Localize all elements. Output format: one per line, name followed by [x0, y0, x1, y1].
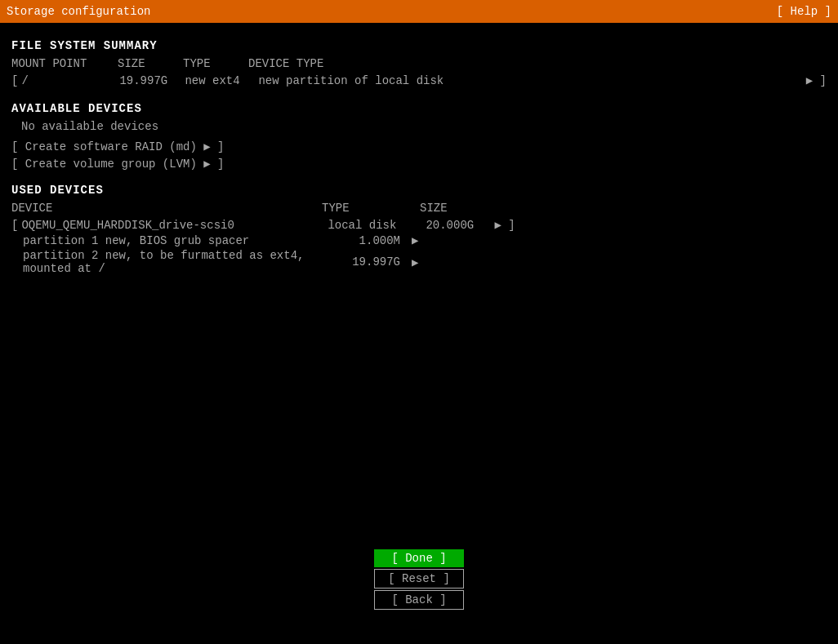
fs-col-device-type-header: DEVICE TYPE: [248, 57, 827, 70]
create-lvm-action[interactable]: [ Create volume group (LVM) ▶ ]: [11, 157, 827, 171]
used-device-name: OQEMU_QEMU_HARDDISK_drive-scsi0: [21, 219, 328, 232]
partition1-size: 1.000M: [319, 234, 408, 247]
used-open-bracket: [: [11, 219, 18, 232]
help-button[interactable]: [ Help ]: [777, 5, 831, 18]
fs-table-headers: MOUNT POINT SIZE TYPE DEVICE TYPE: [11, 57, 827, 70]
done-button[interactable]: [ Done ]: [374, 549, 464, 567]
available-devices-section: AVAILABLE DEVICES No available devices […: [11, 102, 827, 171]
file-system-summary-header: FILE SYSTEM SUMMARY: [11, 39, 827, 52]
fs-open-bracket: [: [11, 74, 18, 87]
fs-device-type: new partition of local disk: [258, 74, 802, 87]
used-devices-section: USED DEVICES DEVICE TYPE SIZE [ OQEMU_QE…: [11, 184, 827, 275]
partition1-entry: partition 1 new, BIOS grub spacer 1.000M…: [11, 233, 827, 247]
used-device-size: 20.000G: [426, 219, 491, 232]
used-devices-header: USED DEVICES: [11, 184, 827, 197]
used-table-headers: DEVICE TYPE SIZE: [11, 202, 827, 215]
fs-entry[interactable]: [ / 19.997G new ext4 new partition of lo…: [11, 73, 827, 87]
fs-type: new ext4: [185, 74, 258, 87]
file-system-summary-section: FILE SYSTEM SUMMARY MOUNT POINT SIZE TYP…: [11, 39, 827, 87]
fs-size: 19.997G: [119, 74, 185, 87]
partition2-name: partition 2 new, to be furmatted as ext4…: [23, 249, 319, 275]
fs-col-mount-header: MOUNT POINT: [11, 57, 118, 70]
available-devices-header: AVAILABLE DEVICES: [11, 102, 827, 115]
reset-button[interactable]: [ Reset ]: [374, 569, 464, 588]
back-button[interactable]: [ Back ]: [374, 590, 464, 610]
used-col-type-header: TYPE: [322, 202, 420, 215]
used-col-device-header: DEVICE: [11, 202, 322, 215]
partition1-arrow: ▶: [412, 233, 418, 247]
used-col-size-header: SIZE: [420, 202, 485, 215]
used-device-type: local disk: [328, 219, 426, 232]
create-raid-action[interactable]: [ Create software RAID (md) ▶ ]: [11, 140, 827, 153]
action-buttons: [ Done ] [ Reset ] [ Back ]: [374, 549, 464, 611]
partition2-size: 19.997G: [319, 255, 408, 269]
fs-arrow: ▶ ]: [806, 73, 827, 87]
title-bar: Storage configuration [ Help ]: [0, 0, 838, 23]
partition2-arrow: ▶: [412, 255, 418, 269]
partition2-entry: partition 2 new, to be furmatted as ext4…: [11, 249, 827, 275]
used-device-arrow: ▶ ]: [494, 218, 515, 232]
partition1-name: partition 1 new, BIOS grub spacer: [23, 234, 319, 247]
fs-col-type-header: TYPE: [183, 57, 248, 70]
fs-col-size-header: SIZE: [118, 57, 183, 70]
no-devices-text: No available devices: [11, 120, 827, 133]
fs-mount-point: /: [21, 74, 119, 87]
app-title: Storage configuration: [7, 5, 150, 18]
used-disk-entry[interactable]: [ OQEMU_QEMU_HARDDISK_drive-scsi0 local …: [11, 218, 827, 232]
